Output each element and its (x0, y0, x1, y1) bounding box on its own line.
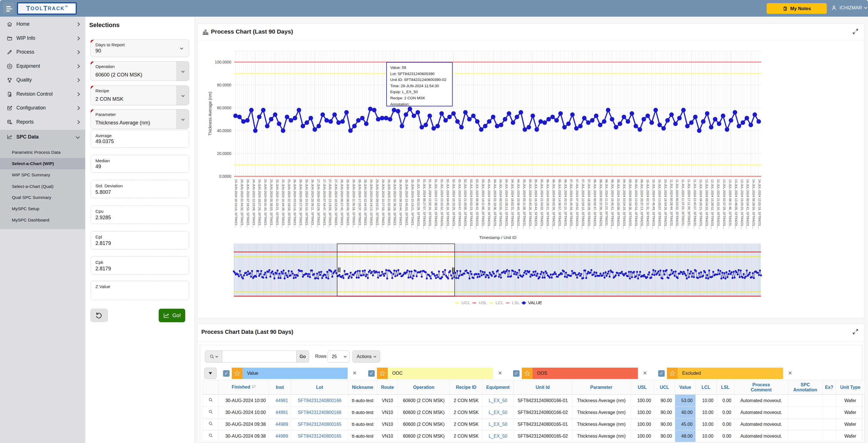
svg-text:02-JUL-2024 04:45:10, SFT84231: 02-JUL-2024 04:45:10, SFT84231... (446, 179, 450, 229)
svg-text:24-JUN-2024 12:53:08, SFT8423.: 24-JUN-2024 12:53:08, SFT8423... (252, 179, 255, 228)
svg-text:28-JUN-2024 06:02:00, SFT8423.: 28-JUN-2024 06:02:00, SFT8423... (346, 179, 349, 228)
svg-text:01-JUL-2024 17:36:34, SFT84231: 01-JUL-2024 17:36:34, SFT84231... (434, 179, 438, 229)
svg-text:24-JUN-2024 01:44:32, SFT8423.: 24-JUN-2024 01:44:32, SFT8423... (240, 179, 244, 228)
svg-text:LSL: LSL (512, 300, 520, 305)
svg-text:11-JUL-2024 11:37:20, SFT84231: 11-JUL-2024 11:37:20, SFT84231... (681, 179, 685, 228)
svg-text:02-JUL-2024 10:19:29, SFT84231: 02-JUL-2024 10:19:29, SFT84231... (452, 179, 456, 229)
svg-text:08-JUL-2024 11:11:23, SFT84231: 08-JUL-2024 11:11:23, SFT84231... (605, 179, 608, 228)
svg-text:20.0000: 20.0000 (217, 151, 231, 156)
svg-text:09-JUL-2024 20:37:13, SFT84231: 09-JUL-2024 20:37:13, SFT84231... (640, 179, 644, 229)
svg-text:29-JUN-2024 21:02:08, SFT8423.: 29-JUN-2024 21:02:08, SFT8423... (388, 179, 391, 228)
svg-text:01-JUL-2024 00:53:39, SFT84231: 01-JUL-2024 00:53:39, SFT84231... (417, 179, 420, 229)
svg-text:12-JUL-2024 21:03:10, SFT84231: 12-JUL-2024 21:03:10, SFT84231... (717, 179, 720, 229)
svg-text:08-JUL-2024 22:20:00, SFT84231: 08-JUL-2024 22:20:00, SFT84231... (617, 179, 620, 229)
svg-text:09-JUL-2024 03:54:18, SFT84231: 09-JUL-2024 03:54:18, SFT84231... (623, 179, 626, 229)
svg-text:Time: 29-JUN-2024 11:54:30: Time: 29-JUN-2024 11:54:30 (390, 84, 439, 88)
svg-text:11-JUL-2024 00:28:44, SFT84231: 11-JUL-2024 00:28:44, SFT84231... (670, 179, 673, 229)
svg-text:11-JUL-2024 17:11:39, SFT84231: 11-JUL-2024 17:11:39, SFT84231... (687, 179, 691, 228)
svg-text:09-JUL-2024 15:02:54, SFT84231: 09-JUL-2024 15:02:54, SFT84231... (634, 179, 638, 229)
svg-text:30-JUN-2024 19:19:21, SFT8423.: 30-JUN-2024 19:19:21, SFT8423... (411, 179, 414, 228)
svg-text:80.0000: 80.0000 (217, 83, 231, 87)
svg-text:10-JUL-2024 13:20:07, SFT84231: 10-JUL-2024 13:20:07, SFT84231... (658, 179, 661, 229)
svg-text:27-JUN-2024 13:19:05, SFT8423.: 27-JUN-2024 13:19:05, SFT8423... (329, 179, 332, 228)
svg-text:03-JUL-2024 08:36:42, SFT84231: 03-JUL-2024 08:36:42, SFT84231... (475, 179, 479, 229)
svg-text:08-JUL-2024 05:37:05, SFT84231: 08-JUL-2024 05:37:05, SFT84231... (599, 179, 602, 229)
svg-text:29-JUN-2024 04:19:13, SFT8423.: 29-JUN-2024 04:19:13, SFT8423... (370, 179, 373, 228)
svg-text:25-JUN-2024 00:01:45, SFT8423.: 25-JUN-2024 00:01:45, SFT8423... (264, 179, 267, 228)
svg-text:40.0000: 40.0000 (217, 128, 231, 133)
svg-text:07-JUL-2024 01:45:34, SFT84231: 07-JUL-2024 01:45:34, SFT84231... (569, 179, 573, 229)
svg-text:Lot: SFT84231240600390: Lot: SFT84231240600390 (390, 72, 435, 76)
svg-text:13-JUL-2024 13:46:05, SFT84231: 13-JUL-2024 13:46:05, SFT84231... (735, 179, 738, 229)
svg-text:13-JUL-2024 08:11:46, SFT84231: 13-JUL-2024 08:11:46, SFT84231... (728, 179, 732, 229)
svg-text:24-JUN-2024 07:18:50, SFT8423.: 24-JUN-2024 07:18:50, SFT8423... (246, 179, 250, 228)
svg-text:14-JUL-2024 00:54:41, SFT84231: 14-JUL-2024 00:54:41, SFT84231... (746, 179, 749, 229)
svg-text:01-JUL-2024 06:27:57, SFT84231: 01-JUL-2024 06:27:57, SFT84231... (423, 179, 426, 229)
svg-text:USL: USL (478, 300, 487, 305)
svg-text:13-JUL-2024 02:37:28, SFT84231: 13-JUL-2024 02:37:28, SFT84231... (722, 179, 726, 229)
svg-text:28-JUN-2024 17:10:37, SFT8423.: 28-JUN-2024 17:10:37, SFT8423... (358, 179, 362, 228)
svg-text:11-JUL-2024 22:45:57, SFT84231: 11-JUL-2024 22:45:57, SFT84231... (693, 179, 696, 229)
svg-text:07-JUL-2024 18:28:28, SFT84231: 07-JUL-2024 18:28:28, SFT84231... (587, 179, 591, 229)
svg-text:30-JUN-2024 13:45:03, SFT8423.: 30-JUN-2024 13:45:03, SFT8423... (405, 179, 408, 228)
svg-text:UCL: UCL (461, 300, 470, 305)
svg-text:04-JUL-2024 23:36:49, SFT84231: 04-JUL-2024 23:36:49, SFT84231... (517, 179, 520, 229)
svg-text:28-JUN-2024 00:27:42, SFT8423.: 28-JUN-2024 00:27:42, SFT8423... (340, 179, 344, 228)
svg-text:29-JUN-2024 09:53:31, SFT8423.: 29-JUN-2024 09:53:31, SFT8423... (376, 179, 379, 228)
svg-text:26-JUN-2024 09:27:34, SFT8423.: 26-JUN-2024 09:27:34, SFT8423... (299, 179, 302, 228)
svg-text:04-JUL-2024 12:28:13, SFT84231: 04-JUL-2024 12:28:13, SFT84231... (505, 179, 508, 229)
svg-text:26-JUN-2024 20:36:11, SFT8423.: 26-JUN-2024 20:36:11, SFT8423... (311, 179, 314, 228)
svg-text:08-JUL-2024 16:45:41, SFT84231: 08-JUL-2024 16:45:41, SFT84231... (611, 179, 614, 229)
svg-text:05-JUL-2024 10:45:26, SFT84231: 05-JUL-2024 10:45:26, SFT84231... (529, 179, 532, 229)
svg-text:11-JUL-2024 06:03:02, SFT84231: 11-JUL-2024 06:03:02, SFT84231... (675, 179, 679, 229)
svg-text:06-JUL-2024 03:28:21, SFT84231: 06-JUL-2024 03:28:21, SFT84231... (546, 179, 550, 229)
svg-text:27-JUN-2024 07:44:47, SFT8423.: 27-JUN-2024 07:44:47, SFT8423... (323, 179, 326, 228)
svg-text:13-JUL-2024 19:20:23, SFT84231: 13-JUL-2024 19:20:23, SFT84231... (740, 179, 744, 229)
svg-text:05-JUL-2024 05:11:08, SFT84231: 05-JUL-2024 05:11:08, SFT84231... (523, 179, 526, 229)
svg-text:05-JUL-2024 16:19:44, SFT84231: 05-JUL-2024 16:19:44, SFT84231... (534, 179, 538, 229)
svg-text:28-JUN-2024 11:36:18, SFT8423.: 28-JUN-2024 11:36:18, SFT8423... (352, 179, 355, 228)
svg-text:12-JUL-2024 09:54:33, SFT84231: 12-JUL-2024 09:54:33, SFT84231... (705, 179, 709, 229)
svg-text:05-JUL-2024 21:54:02, SFT84231: 05-JUL-2024 21:54:02, SFT84231... (540, 179, 544, 229)
svg-text:10-JUL-2024 02:11:31, SFT84231: 10-JUL-2024 02:11:31, SFT84231... (646, 179, 649, 229)
svg-text:03-JUL-2024 14:11:00, SFT84231: 03-JUL-2024 14:11:00, SFT84231... (482, 179, 485, 229)
svg-text:25-JUN-2024 22:18:58, SFT8423.: 25-JUN-2024 22:18:58, SFT8423... (287, 179, 291, 228)
svg-text:25-JUN-2024 05:36:03, SFT8423.: 25-JUN-2024 05:36:03, SFT8423... (270, 179, 273, 228)
svg-text:Equip: L_EX_50: Equip: L_EX_50 (390, 90, 418, 94)
svg-text:09-JUL-2024 09:28:36, SFT84231: 09-JUL-2024 09:28:36, SFT84231... (628, 179, 632, 229)
svg-text:07-JUL-2024 12:54:10, SFT84231: 07-JUL-2024 12:54:10, SFT84231... (581, 179, 585, 229)
svg-text:Timestamp / Unit ID: Timestamp / Unit ID (479, 235, 517, 240)
svg-text:14-JUL-2024 06:28:59, SFT84231: 14-JUL-2024 06:28:59, SFT84231... (752, 179, 755, 229)
svg-text:04-JUL-2024 18:02:31, SFT84231: 04-JUL-2024 18:02:31, SFT84231... (511, 179, 514, 229)
svg-text:Unit ID: SFT84231240600390-02: Unit ID: SFT84231240600390-02 (390, 78, 446, 82)
svg-text:0.0000: 0.0000 (219, 174, 231, 179)
svg-text:14-JUL-2024 12:03:18, SFT84231: 14-JUL-2024 12:03:18, SFT84231... (758, 179, 761, 229)
svg-text:08-JUL-2024 00:02:47, SFT84231: 08-JUL-2024 00:02:47, SFT84231... (593, 179, 597, 229)
svg-text:25-JUN-2024 16:44:39, SFT8423.: 25-JUN-2024 16:44:39, SFT8423... (281, 179, 285, 228)
svg-text:30-JUN-2024 08:10:44, SFT8423.: 30-JUN-2024 08:10:44, SFT8423... (399, 179, 402, 228)
svg-text:25-JUN-2024 11:10:21, SFT8423.: 25-JUN-2024 11:10:21, SFT8423... (276, 179, 279, 228)
svg-text:06-JUL-2024 20:11:15, SFT84231: 06-JUL-2024 20:11:15, SFT84231... (564, 179, 567, 229)
svg-text:100.0000: 100.0000 (215, 60, 231, 64)
svg-text:Recipe: 2 CON MSK: Recipe: 2 CON MSK (390, 96, 425, 100)
svg-text:30-JUN-2024 02:36:26, SFT8423.: 30-JUN-2024 02:36:26, SFT8423... (393, 179, 397, 228)
svg-text:VALUE: VALUE (528, 300, 542, 305)
svg-text:23-JUN-2024 20:10:14, SFT8423.: 23-JUN-2024 20:10:14, SFT8423... (235, 179, 238, 228)
svg-text:12-JUL-2024 04:20:15, SFT84231: 12-JUL-2024 04:20:15, SFT84231... (699, 179, 703, 229)
svg-text:Thickness Average (nm): Thickness Average (nm) (208, 92, 212, 136)
svg-text:29-JUN-2024 15:27:50, SFT8423.: 29-JUN-2024 15:27:50, SFT8423... (381, 179, 385, 228)
svg-text:27-JUN-2024 02:10:29, SFT8423.: 27-JUN-2024 02:10:29, SFT8423... (317, 179, 320, 228)
svg-text:02-JUL-2024 15:53:47, SFT84231: 02-JUL-2024 15:53:47, SFT84231... (458, 179, 461, 229)
svg-text:10-JUL-2024 07:45:49, SFT84231: 10-JUL-2024 07:45:49, SFT84231... (652, 179, 655, 229)
svg-text:01-JUL-2024 12:02:16, SFT84231: 01-JUL-2024 12:02:16, SFT84231... (428, 179, 432, 229)
svg-text:03-JUL-2024 19:45:18, SFT84231: 03-JUL-2024 19:45:18, SFT84231... (487, 179, 491, 229)
svg-text:06-JUL-2024 14:36:57, SFT84231: 06-JUL-2024 14:36:57, SFT84231... (558, 179, 561, 229)
svg-text:04-JUL-2024 06:53:55, SFT84231: 04-JUL-2024 06:53:55, SFT84231... (499, 179, 502, 229)
svg-text:06-JUL-2024 09:02:39, SFT84231: 06-JUL-2024 09:02:39, SFT84231... (552, 179, 555, 229)
svg-text:03-JUL-2024 03:02:23, SFT84231: 03-JUL-2024 03:02:23, SFT84231... (470, 179, 473, 229)
svg-text:24-JUN-2024 18:27:26, SFT8423.: 24-JUN-2024 18:27:26, SFT8423... (258, 179, 261, 228)
svg-text:10-JUL-2024 18:54:26, SFT84231: 10-JUL-2024 18:54:26, SFT84231... (664, 179, 667, 229)
svg-text:02-JUL-2024 21:28:05, SFT84231: 02-JUL-2024 21:28:05, SFT84231... (464, 179, 467, 229)
svg-text:12-JUL-2024 15:28:52, SFT84231: 12-JUL-2024 15:28:52, SFT84231... (711, 179, 714, 229)
svg-text:Value: 59: Value: 59 (390, 65, 406, 70)
